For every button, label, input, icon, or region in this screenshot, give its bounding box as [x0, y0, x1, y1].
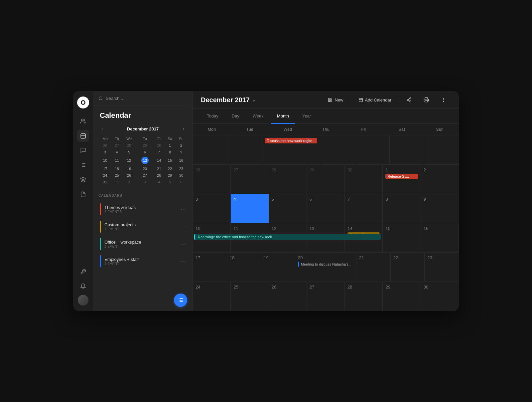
mini-day[interactable]: 6	[136, 149, 154, 155]
cal-day[interactable]	[390, 135, 424, 164]
cal-day[interactable]: 27	[231, 165, 269, 194]
mini-day[interactable]: 5	[123, 149, 136, 155]
sidebar-item-layers[interactable]	[77, 174, 89, 186]
cal-day[interactable]: 20 Meeting to discuss Natasha's...	[295, 253, 356, 282]
mini-day[interactable]: 10	[99, 156, 111, 165]
mini-day[interactable]: 14	[154, 156, 164, 165]
new-button[interactable]: New	[323, 96, 348, 104]
mini-day[interactable]: 2	[123, 179, 136, 185]
more-button[interactable]	[436, 95, 451, 104]
search-bar[interactable]: Search...	[93, 91, 193, 106]
cal-day[interactable]: 8	[383, 194, 421, 223]
span-event-rearrange[interactable]: Rearrange the office and finalize the ne…	[193, 234, 382, 241]
mini-day[interactable]: 22	[165, 166, 175, 172]
event-pill[interactable]: Release Sy...	[385, 174, 418, 179]
cal-day[interactable]: 28	[269, 165, 307, 194]
cal-day[interactable]: 28	[345, 282, 383, 311]
mini-day[interactable]: 27	[112, 142, 122, 148]
mini-cal-next[interactable]: ›	[180, 125, 187, 132]
mini-day[interactable]: 18	[112, 166, 122, 172]
cal-more-office[interactable]: ⋯	[181, 241, 186, 247]
sidebar-item-document[interactable]	[77, 188, 89, 200]
cal-more-themes[interactable]: ⋯	[181, 206, 186, 213]
mini-day[interactable]: 21	[154, 166, 164, 172]
add-calendar-button[interactable]: Add Calendar	[354, 96, 396, 104]
mini-day[interactable]: 8	[165, 149, 175, 155]
calendar-item-themes[interactable]: Themes & ideas 2 EVENTS ⋯	[98, 201, 187, 218]
event-pill[interactable]: Meeting to discuss Natasha's...	[298, 262, 353, 267]
cal-day[interactable]: 16	[421, 223, 459, 252]
cal-day[interactable]	[424, 135, 459, 164]
cal-day[interactable]: 1 Release Sy...	[383, 165, 421, 194]
mini-day-today[interactable]: 13	[136, 156, 154, 165]
cal-day[interactable]: 22	[391, 253, 425, 282]
cal-day[interactable]: 7	[345, 194, 383, 223]
mini-day[interactable]: 12	[123, 156, 136, 165]
calendar-item-employees[interactable]: Employees + staff 1 EVENT ⋯	[98, 253, 187, 270]
mini-day[interactable]: 31	[99, 179, 111, 185]
tab-year[interactable]: Year	[296, 109, 317, 124]
mini-day[interactable]: 9	[176, 149, 187, 155]
mini-day[interactable]: 3	[99, 149, 111, 155]
cal-more-employees[interactable]: ⋯	[181, 258, 186, 265]
sidebar-item-users[interactable]	[77, 115, 89, 127]
cal-day[interactable]: 23	[425, 253, 459, 282]
mini-day[interactable]: 30	[154, 142, 164, 148]
mini-day[interactable]: 4	[154, 179, 164, 185]
mini-day[interactable]: 19	[123, 166, 136, 172]
cal-day[interactable]: 24	[193, 282, 231, 311]
cal-day[interactable]: 30	[421, 282, 459, 311]
mini-day[interactable]: 20	[136, 166, 154, 172]
cal-day[interactable]: 26	[193, 165, 231, 194]
sidebar-item-chat[interactable]	[77, 144, 89, 156]
mini-day[interactable]: 6	[176, 179, 187, 185]
cal-day[interactable]: 21	[356, 253, 391, 282]
calendar-item-custom[interactable]: Custom projects 1 EVENT ⋯	[98, 218, 187, 235]
cal-day[interactable]: 9	[421, 194, 459, 223]
tab-month[interactable]: Month	[271, 109, 295, 124]
mini-cal-prev[interactable]: ‹	[98, 125, 106, 132]
cal-day[interactable]: 30	[345, 165, 383, 194]
tab-today[interactable]: Today	[201, 109, 224, 124]
sidebar-item-list[interactable]	[77, 159, 89, 171]
cal-day[interactable]	[227, 135, 262, 164]
calendar-item-office[interactable]: Office + workspace 1 EVENT ⋯	[98, 235, 187, 253]
mini-day[interactable]: 1	[112, 179, 122, 185]
mini-day[interactable]: 4	[112, 149, 122, 155]
mini-day[interactable]: 30	[176, 172, 187, 178]
mini-day[interactable]: 11	[112, 156, 122, 165]
cal-day[interactable]: 3	[193, 194, 231, 223]
cal-day[interactable]: 2	[421, 165, 459, 194]
cal-day[interactable]: Discuss the new work regim...	[262, 135, 320, 164]
mini-day[interactable]: 16	[176, 156, 187, 165]
cal-day[interactable]	[193, 135, 227, 164]
user-avatar[interactable]	[78, 295, 88, 305]
mini-day[interactable]: 15	[165, 156, 175, 165]
cal-day[interactable]: 6	[307, 194, 345, 223]
mini-day[interactable]: 27	[136, 172, 154, 178]
sidebar-item-calendar[interactable]	[77, 130, 89, 142]
cal-day[interactable]	[355, 135, 390, 164]
cal-day[interactable]: 29	[383, 282, 421, 311]
mini-day[interactable]: 24	[99, 172, 111, 178]
sidebar-item-bell[interactable]	[77, 280, 89, 292]
cal-day[interactable]: 19	[261, 253, 295, 282]
cal-day[interactable]: 26	[269, 282, 307, 311]
mini-day[interactable]: 3	[136, 179, 154, 185]
mini-day[interactable]: 2	[176, 142, 187, 148]
mini-day[interactable]: 7	[154, 149, 164, 155]
cal-day[interactable]	[320, 135, 355, 164]
mini-day[interactable]: 26	[123, 172, 136, 178]
mini-day[interactable]: 26	[99, 142, 111, 148]
mini-day[interactable]: 29	[165, 172, 175, 178]
mini-day[interactable]: 28	[123, 142, 136, 148]
mini-day[interactable]: 28	[154, 172, 164, 178]
sidebar-item-tools[interactable]	[77, 266, 89, 278]
print-button[interactable]	[419, 95, 434, 104]
mini-day[interactable]: 5	[165, 179, 175, 185]
event-pill[interactable]: Discuss the new work regim...	[265, 138, 317, 143]
mini-day[interactable]: 25	[112, 172, 122, 178]
cal-more-custom[interactable]: ⋯	[181, 224, 186, 230]
cal-day[interactable]: 15	[383, 223, 421, 252]
tab-week[interactable]: Week	[247, 109, 270, 124]
